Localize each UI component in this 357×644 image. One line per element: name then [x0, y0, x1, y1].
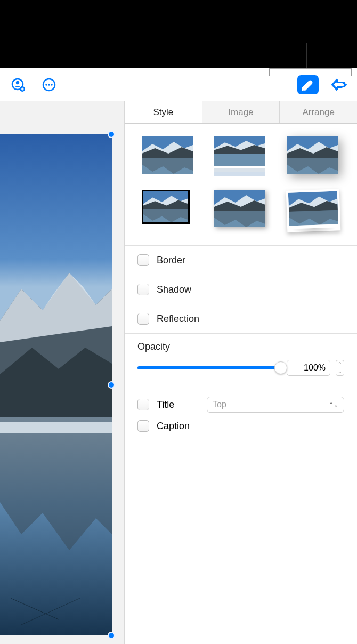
more-button[interactable] — [38, 75, 60, 94]
selected-image[interactable] — [0, 134, 112, 635]
selection-handle[interactable] — [108, 381, 115, 389]
animate-button[interactable] — [328, 75, 350, 94]
shadow-row: Shadow — [137, 275, 344, 304]
stepper-down-icon[interactable]: ⌄ — [336, 368, 344, 376]
canvas[interactable] — [0, 101, 125, 644]
caption-checkbox[interactable] — [137, 420, 149, 432]
shadow-checkbox[interactable] — [137, 284, 149, 295]
annotation-black-bar — [0, 0, 357, 68]
selection-handle[interactable] — [108, 632, 115, 639]
reflection-row: Reflection — [137, 304, 344, 333]
reflection-checkbox[interactable] — [137, 313, 149, 325]
svg-point-5 — [48, 84, 50, 86]
style-preset-border[interactable] — [142, 190, 193, 227]
svg-point-1 — [16, 80, 19, 84]
opacity-slider-knob[interactable] — [274, 361, 287, 374]
border-label: Border — [157, 255, 185, 266]
opacity-section: Opacity ⌃ ⌄ — [137, 334, 344, 388]
format-button[interactable] — [297, 75, 319, 94]
title-label: Title — [157, 399, 199, 410]
style-presets — [137, 133, 344, 235]
opacity-value-field[interactable] — [287, 360, 330, 376]
title-position-select[interactable]: Top ⌃⌄ — [207, 397, 344, 413]
svg-rect-16 — [214, 168, 265, 172]
tab-style[interactable]: Style — [125, 101, 202, 123]
reflection-label: Reflection — [157, 313, 199, 325]
stepper-up-icon[interactable]: ⌃ — [336, 360, 344, 368]
collaborate-button[interactable] — [7, 75, 29, 94]
style-preset-soft-shadow[interactable] — [214, 190, 265, 227]
title-checkbox[interactable] — [137, 399, 149, 410]
format-sidebar: Style Image Arrange — [125, 101, 357, 644]
tab-arrange[interactable]: Arrange — [280, 101, 357, 123]
tab-image[interactable]: Image — [202, 101, 280, 123]
callout-bracket — [269, 68, 352, 76]
title-caption-section: Title Top ⌃⌄ Caption — [137, 388, 344, 450]
chevron-updown-icon: ⌃⌄ — [329, 401, 338, 408]
svg-point-4 — [45, 84, 47, 86]
style-preset-reflection[interactable] — [214, 136, 265, 174]
svg-rect-14 — [214, 154, 265, 166]
opacity-slider[interactable] — [137, 366, 281, 369]
opacity-stepper[interactable]: ⌃ ⌄ — [336, 360, 344, 376]
border-row: Border — [137, 246, 344, 275]
svg-rect-15 — [214, 172, 265, 176]
callout-line — [306, 43, 307, 68]
title-position-value: Top — [213, 400, 226, 409]
svg-point-6 — [51, 84, 53, 86]
style-preset-plain[interactable] — [142, 136, 193, 174]
style-preset-polaroid[interactable] — [286, 189, 341, 232]
caption-label: Caption — [157, 421, 199, 432]
shadow-label: Shadow — [157, 284, 191, 295]
opacity-label: Opacity — [137, 341, 344, 352]
border-checkbox[interactable] — [137, 254, 149, 266]
selection-handle[interactable] — [108, 131, 115, 138]
style-preset-shadow[interactable] — [287, 136, 338, 174]
format-tabs: Style Image Arrange — [125, 101, 357, 124]
